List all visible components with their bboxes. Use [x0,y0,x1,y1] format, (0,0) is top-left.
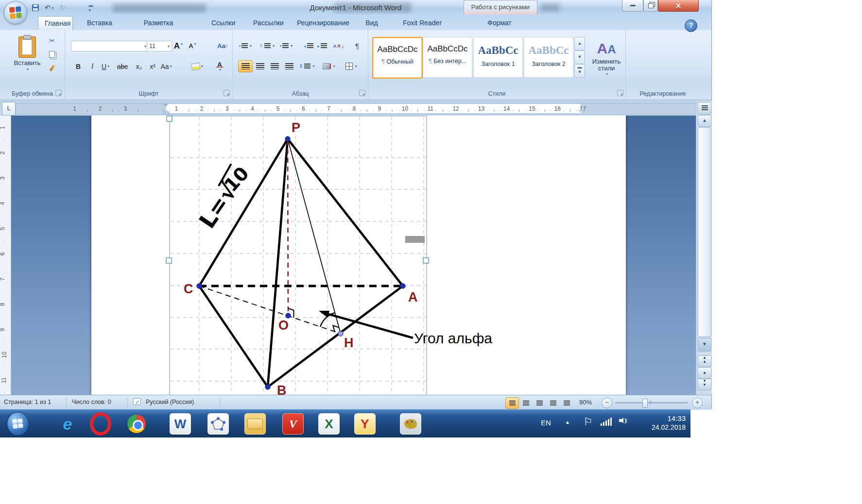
grow-font-button[interactable]: A▴ [171,40,186,52]
subscript-button[interactable]: x₂ [132,60,146,72]
outline-view-icon[interactable] [546,397,560,409]
highlight-button[interactable]: ▾ [190,60,204,72]
undo-icon[interactable]: ↶▾ [44,3,54,13]
save-icon[interactable] [30,3,41,13]
font-color-button[interactable]: A▾ [213,60,226,72]
decrease-indent-button[interactable]: ◂ [301,40,316,52]
network-signal-icon[interactable] [601,418,612,426]
underline-button[interactable]: U▾ [99,60,112,72]
style-заголовок-2[interactable]: AaBbCcЗаголовок 2 [524,37,573,78]
zoom-level[interactable]: 90% [579,399,592,406]
minimize-button[interactable] [622,0,643,12]
styles-scroll-down-icon[interactable]: ▼ [574,50,585,64]
scrollbar-thumb[interactable] [698,127,711,337]
align-left-button[interactable] [238,60,253,72]
font-size-combo[interactable]: 11▾ [147,41,172,51]
copy-button[interactable] [45,49,59,60]
shading-button[interactable]: ▾ [322,60,336,72]
borders-button[interactable]: ▾ [344,60,359,72]
page-indicator[interactable]: Страница: 1 из 1 [4,399,51,405]
font-dialog-launcher-icon[interactable] [224,90,230,96]
tab-вставка[interactable]: Вставка [81,16,112,30]
hanging-indent-marker[interactable] [163,108,168,112]
paragraph-dialog-launcher-icon[interactable] [359,90,365,96]
tab-вид[interactable]: Вид [358,16,386,30]
restore-button[interactable] [643,0,658,12]
clear-formatting-button[interactable]: Aa◊ [215,40,230,52]
pyramid-drawing[interactable]: Угол альфаL=√10PCABOH [91,116,626,395]
taskbar-folder-icon[interactable] [244,413,266,435]
taskbar-opera-icon[interactable] [89,413,112,435]
zoom-in-icon[interactable]: + [692,398,703,408]
ruler-toggle-icon[interactable] [698,102,711,115]
full-screen-reading-view-icon[interactable] [519,397,533,409]
select-browse-object-icon[interactable]: ● [698,367,711,379]
change-case-button[interactable]: Aa▾ [159,60,173,72]
styles-more-icon[interactable]: ▬▼ [574,64,585,78]
tab-foxit-reader-pdf[interactable]: Foxit Reader PDF [394,16,451,30]
justify-button[interactable] [282,60,296,72]
action-center-flag-icon[interactable]: ⚐ [583,416,593,428]
zoom-out-icon[interactable]: − [602,398,612,408]
tab-рассылки[interactable]: Рассылки [247,16,283,30]
tab-рецензирование[interactable]: Рецензирование [291,16,348,30]
right-indent-marker[interactable] [578,108,583,112]
customize-quick-access-icon[interactable]: ▬▾ [86,3,96,13]
paste-button[interactable]: Вставить ▾ [12,34,43,93]
taskbar-start-icon[interactable] [7,413,29,435]
first-line-indent-marker[interactable] [163,104,168,107]
close-button[interactable]: ✕ [658,0,699,12]
language-tray-indicator[interactable]: EN [541,419,551,427]
scroll-up-icon[interactable]: ▲ [698,115,711,127]
bold-button[interactable]: B [71,60,85,72]
styles-dialog-launcher-icon[interactable] [617,90,623,96]
taskbar-excel-icon[interactable]: X [318,413,340,435]
sort-button[interactable]: АЯ↓ [331,40,346,52]
left-indent-marker[interactable] [163,112,169,115]
taskbar-yandex-icon[interactable]: Y [354,413,376,435]
proofing-status-icon[interactable]: ✓ [133,398,142,406]
strikethrough-button[interactable]: abc [116,60,129,72]
clock[interactable]: 14:33 24.02.2018 [643,414,686,431]
taskbar-video-app-icon[interactable]: V [282,413,304,435]
help-icon[interactable]: ? [685,19,697,32]
line-spacing-button[interactable]: ⇕▾ [298,60,315,72]
multilevel-list-button[interactable]: •▾ [279,40,293,52]
format-painter-button[interactable] [45,62,59,74]
align-center-button[interactable] [253,60,267,72]
superscript-button[interactable]: x² [146,60,159,72]
tab-главная[interactable]: Главная [38,16,73,31]
clipboard-dialog-launcher-icon[interactable] [55,90,62,96]
style-заголовок-1[interactable]: AaBbCcЗаголовок 1 [473,37,523,78]
previous-page-icon[interactable]: ▲▲ [698,355,711,367]
taskbar-word-icon[interactable]: W [169,413,191,435]
word-count[interactable]: Число слов: 0 [72,399,111,405]
show-marks-button[interactable]: ¶ [350,40,364,52]
office-button[interactable] [4,1,27,24]
change-styles-button[interactable]: AA Изменить стили ▾ [588,34,625,84]
tab-формат[interactable]: Формат [481,16,516,30]
taskbar-geogebra-icon[interactable] [207,413,229,435]
show-hidden-icons[interactable]: ▲ [565,420,570,425]
zoom-slider[interactable] [615,402,688,403]
taskbar-paint-icon[interactable] [399,413,422,435]
scroll-down-icon[interactable]: ▼ [698,338,711,352]
font-name-combo[interactable]: ▾ [71,41,149,51]
taskbar-chrome-icon[interactable] [125,413,148,435]
taskbar-internet-explorer-icon[interactable]: e [56,413,79,435]
next-page-icon[interactable]: ▼▼ [698,379,711,390]
draft-view-icon[interactable] [560,397,573,409]
shrink-font-button[interactable]: A▾ [186,40,199,52]
tab-разметка-страницы[interactable]: Разметка страницы [121,16,195,30]
style-без-интер-[interactable]: AaBbCcDc¶ Без интер... [423,37,472,78]
web-layout-view-icon[interactable] [533,397,546,409]
cut-button[interactable]: ✂ [45,35,59,47]
styles-scroll-up-icon[interactable]: ▲ [574,37,585,50]
numbering-button[interactable]: ⒈▾ [259,40,275,52]
repeat-icon[interactable]: ↻ [57,3,68,13]
style-обычный[interactable]: AaBbCcDc¶ Обычный [372,37,423,79]
tab-ссылки[interactable]: Ссылки [205,16,239,30]
language-indicator[interactable]: Русский (Россия) [146,399,194,405]
bullets-button[interactable]: •▾ [238,40,253,52]
tab-stop-selector[interactable]: L [2,102,16,116]
